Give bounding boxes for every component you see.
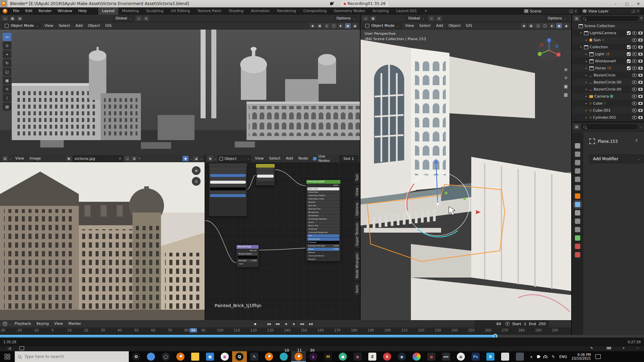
viewport-tool-8[interactable]: ▧: [3, 103, 11, 111]
taskbar-icon-blender-2[interactable]: [262, 351, 276, 362]
properties-tab-physics[interactable]: [575, 219, 580, 224]
snap-magnet-icon[interactable]: ∪: [429, 16, 435, 21]
zoom-overlay-button[interactable]: ⊕: [192, 166, 201, 175]
unlink-scene-icon[interactable]: ✕: [574, 9, 577, 13]
eye-visibility-icon[interactable]: [632, 52, 637, 56]
viewport-tool-6[interactable]: ✎: [3, 85, 11, 93]
menu-keying[interactable]: Keying: [34, 320, 52, 327]
properties-tab-constraints[interactable]: [575, 227, 580, 232]
menu-node[interactable]: Node: [296, 155, 311, 162]
arrow-overlay-icon[interactable]: ↗: [622, 346, 625, 350]
checkbox-icon[interactable]: [627, 59, 631, 63]
menu-select[interactable]: Select: [56, 22, 73, 29]
bsdf-input-metallic[interactable]: Metallic: [307, 201, 339, 204]
taskbar-icon-krita[interactable]: ◗: [306, 351, 321, 362]
outliner-row[interactable]: ▸Camera: [572, 93, 644, 100]
bsdf-input-roughness[interactable]: Roughness: [307, 211, 339, 214]
workspace-tab-geometry-nodes[interactable]: Geometry Nodes: [330, 7, 369, 15]
keyboard-overlay-icon[interactable]: ⌨: [606, 346, 611, 350]
camera-visibility-icon[interactable]: [638, 95, 643, 98]
new-image-icon[interactable]: ❏: [124, 156, 130, 161]
taskbar-icon-zbrush[interactable]: Z: [365, 351, 380, 362]
current-frame-badge[interactable]: 84: [190, 328, 197, 333]
eye-visibility-icon[interactable]: [632, 80, 637, 84]
camera-visibility-icon[interactable]: [638, 109, 643, 112]
menu-view[interactable]: View: [52, 320, 66, 327]
workspace-tab-animation[interactable]: Animation: [247, 7, 273, 15]
taskbar-icon-screen-recorder[interactable]: ◉: [453, 351, 468, 362]
menu-add[interactable]: Add: [283, 155, 296, 162]
mode-dropdown-left[interactable]: Object Mode⌄: [2, 23, 41, 29]
node-properties-panel[interactable]: [209, 163, 247, 217]
outliner-search[interactable]: [581, 16, 639, 21]
viewport-tool-3[interactable]: ↻: [3, 59, 11, 67]
vp-left-canvas[interactable]: ▭⊙+↻◱▦✎/▧: [0, 29, 360, 155]
workspace-tab-shading[interactable]: Shading: [225, 7, 248, 15]
menu-edit[interactable]: Edit: [22, 7, 35, 15]
taskbar-icon-file-explorer[interactable]: [188, 351, 203, 362]
camera-visibility-icon[interactable]: [638, 102, 643, 105]
eye-visibility-icon[interactable]: [632, 102, 637, 105]
checkbox-icon[interactable]: [627, 66, 631, 70]
properties-search[interactable]: [581, 124, 638, 129]
more-overlay-icon[interactable]: ⋯: [636, 346, 639, 350]
taskbar-icon-clip-studio[interactable]: ✎: [247, 351, 262, 362]
properties-tab-material[interactable]: [575, 244, 580, 249]
network-icon[interactable]: [543, 355, 547, 358]
taskbar-clock[interactable]: 9:36 PM 23/10/2021: [572, 353, 591, 360]
taskbar-icon-utility-box[interactable]: [498, 351, 513, 362]
outliner-row[interactable]: ▸◡BezierCircle.00: [572, 79, 644, 86]
bsdf-input-subsurface-color[interactable]: Subsurface Color: [307, 197, 339, 200]
properties-tab-texture[interactable]: [575, 252, 580, 257]
menu-add[interactable]: Add: [433, 22, 446, 29]
bsdf-input-anisotropic-rotation[interactable]: Anisotropic Rotation: [307, 218, 339, 221]
taskbar-icon-chat[interactable]: [513, 351, 527, 362]
taskbar-icon-qq[interactable]: Q: [232, 351, 247, 362]
bsdf-input-normal[interactable]: Normal: [307, 251, 339, 254]
workspace-tab-rendering[interactable]: Rendering: [273, 7, 300, 15]
current-frame-field[interactable]: 84: [475, 320, 504, 327]
overlays-dropdown-icon[interactable]: ◉: [310, 23, 316, 28]
bsdf-input-base-color[interactable]: Base Color: [307, 187, 339, 190]
outliner-row[interactable]: ▾Collection: [572, 44, 644, 51]
camera-visibility-icon[interactable]: [638, 88, 643, 91]
use-nodes-toggle[interactable]: ✓ Use Nodes: [313, 154, 337, 163]
pin-icon[interactable]: ✎: [634, 138, 639, 143]
menu-image[interactable]: Image: [27, 155, 44, 162]
volume-icon[interactable]: ◁): [7, 347, 11, 350]
shading-mode-icon-3[interactable]: ◕: [352, 23, 358, 28]
language-indicator[interactable]: ENG: [559, 355, 567, 359]
bsdf-input-specular[interactable]: Specular: [307, 204, 339, 207]
expand-icon[interactable]: ▸: [585, 81, 588, 84]
properties-tab-object-data[interactable]: [575, 235, 580, 241]
properties-tab-object[interactable]: [575, 193, 580, 199]
end-value[interactable]: 250: [539, 322, 546, 326]
outliner-row[interactable]: ▸Light▽2: [572, 51, 644, 58]
tool-icon[interactable]: ▭: [2, 16, 8, 21]
properties-tab-scene[interactable]: [575, 177, 580, 182]
overlays-dropdown-icon[interactable]: ◉: [521, 23, 527, 28]
bsdf-input-clearcoat-normal[interactable]: Clearcoat Normal: [307, 254, 339, 257]
uv-map-field[interactable]: [237, 256, 258, 259]
expand-icon[interactable]: ▸: [585, 109, 588, 112]
image-paint-mode-icon[interactable]: ◉: [182, 156, 189, 161]
slot-indicator[interactable]: Slot 1: [339, 156, 358, 162]
expand-icon[interactable]: ▸: [585, 116, 588, 119]
proportional-edit-icon[interactable]: ◎: [143, 16, 149, 21]
bsdf-input-sheen[interactable]: Sheen: [307, 221, 339, 224]
breadcrumb-object[interactable]: Plane.153: [598, 139, 618, 144]
xray-toggle-icon[interactable]: ◫: [324, 23, 330, 28]
checkbox-icon[interactable]: [627, 45, 631, 49]
bsdf-input-sheen-tint[interactable]: Sheen Tint: [307, 224, 339, 227]
camera-visibility-icon[interactable]: [638, 53, 643, 56]
outliner-row[interactable]: ▸◡BezierCircle.00: [572, 86, 644, 93]
workspace-tab-uv-editing[interactable]: UV Editing: [167, 7, 194, 15]
workspace-add-button[interactable]: +: [421, 7, 431, 15]
menu-gis[interactable]: GIS: [103, 22, 114, 29]
minimize-button[interactable]: –: [610, 0, 621, 7]
tool-options-icon[interactable]: ▦: [370, 16, 376, 21]
bsdf-input-emission-strength[interactable]: Emission Strength1.000: [307, 244, 339, 247]
auto-keying-button[interactable]: ●: [252, 321, 258, 327]
properties-tab-view-layer[interactable]: [575, 168, 580, 174]
new-layer-icon[interactable]: ❏: [632, 9, 635, 13]
